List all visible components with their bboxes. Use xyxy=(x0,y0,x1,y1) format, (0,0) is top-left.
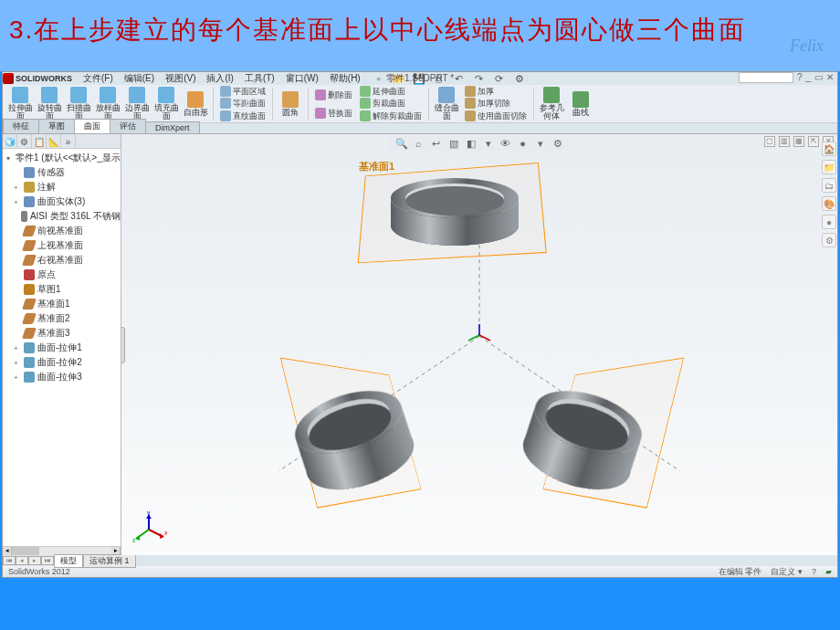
svg-point-6 xyxy=(405,186,504,215)
undo-icon[interactable]: ↶ xyxy=(452,72,467,85)
close-icon[interactable]: ✕ xyxy=(826,72,834,83)
fm-tab-tree-icon[interactable]: 🧊 xyxy=(3,134,17,149)
tree-root[interactable]: ▾零件1 (默认<<默认>_显示状态 xyxy=(6,151,121,165)
ribbon-mini-button[interactable]: 直纹曲面 xyxy=(217,110,268,121)
menu-item[interactable]: 编辑(E) xyxy=(124,72,154,85)
ribbon-mini-button[interactable]: 加厚切除 xyxy=(462,98,530,109)
restore-icon[interactable]: ▭ xyxy=(814,72,823,83)
command-tab[interactable]: 特征 xyxy=(3,119,39,133)
scroll-thumb[interactable] xyxy=(12,547,39,555)
fm-tab-property-icon[interactable]: ⚙ xyxy=(17,134,32,149)
origin-triad xyxy=(466,321,493,351)
status-custom[interactable]: 自定义 ▾ xyxy=(771,566,803,578)
tree-item[interactable]: 传感器 xyxy=(6,165,121,180)
ribbon-button[interactable]: 自由形 xyxy=(182,86,209,122)
slide-header: 3.在上步建立的每个基准面上以中心线端点为圆心做三个曲面 Felix xyxy=(0,0,840,71)
ribbon-mini-button[interactable]: 剪裁曲面 xyxy=(357,98,425,109)
ribbon-button[interactable]: 放样曲 面 xyxy=(94,86,121,122)
ribbon-button[interactable]: 圆角 xyxy=(277,86,304,122)
ribbon-button[interactable]: 填充曲 面 xyxy=(152,86,180,122)
ribbon-button[interactable]: 旋转曲 面 xyxy=(36,86,63,122)
graphics-view[interactable]: 🔍 ⌕ ↩ ▧ ◧ ▾ 👁 ● ▾ ⚙ ▢ ▥ ▦ ⇱ ✕ 🏠 � xyxy=(121,134,837,555)
motion-tabs: ⏮ ◂ ▸ ⏭ 模型 运动算例 1 xyxy=(3,555,837,566)
ribbon-button[interactable]: 扫描曲 面 xyxy=(65,86,92,122)
tree-item[interactable]: 前视基准面 xyxy=(6,224,121,238)
app-logo: SOLIDWORKS xyxy=(3,72,76,85)
svg-text:z: z xyxy=(132,537,136,543)
feature-tree[interactable]: ▾零件1 (默认<<默认>_显示状态传感器+注解+曲面实体(3)AISI 类型 … xyxy=(3,149,121,546)
redo-icon[interactable]: ↷ xyxy=(472,72,487,85)
command-tab[interactable]: 曲面 xyxy=(74,119,110,133)
rebuild-icon[interactable]: ⟳ xyxy=(492,72,507,85)
slide-title: 3.在上步建立的每个基准面上以中心线端点为圆心做三个曲面 xyxy=(9,13,822,47)
tree-item[interactable]: +曲面-拉伸1 xyxy=(6,341,121,355)
ribbon-button[interactable]: 边界曲 面 xyxy=(123,86,151,122)
ribbon-button[interactable]: 拉伸曲 面 xyxy=(6,86,34,122)
ribbon-button[interactable]: 缝合曲 面 xyxy=(433,86,460,122)
menu-item[interactable]: 视图(V) xyxy=(165,72,195,85)
tab-last-icon[interactable]: ⏭ xyxy=(41,556,54,565)
ribbon-button[interactable]: 参考几 何体 xyxy=(538,86,565,122)
tree-item[interactable]: +曲面实体(3) xyxy=(6,194,121,209)
options-icon[interactable]: ⚙ xyxy=(512,72,527,85)
minimize-icon[interactable]: _ xyxy=(805,72,811,83)
svg-line-16 xyxy=(468,335,479,341)
ribbon-separator xyxy=(428,88,429,121)
help-icon[interactable]: ? xyxy=(797,72,803,83)
status-help-icon[interactable]: ? xyxy=(812,567,816,576)
menu-bar: 文件(F)编辑(E)视图(V)插入(I)工具(T)窗口(W)帮助(H) xyxy=(78,72,361,85)
tree-item[interactable]: +曲面-拉伸3 xyxy=(6,370,121,384)
tree-item[interactable]: +注解 xyxy=(6,180,121,194)
status-grip-icon[interactable]: ▰ xyxy=(825,567,832,576)
command-tab[interactable]: 评估 xyxy=(110,119,146,133)
tree-item[interactable]: +曲面-拉伸2 xyxy=(6,355,121,370)
ribbon-mini-button[interactable]: 平面区域 xyxy=(217,86,268,97)
command-tab[interactable]: 草图 xyxy=(38,119,75,133)
ribbon-mini-button[interactable]: 加厚 xyxy=(462,86,530,97)
search-input[interactable] xyxy=(739,72,793,83)
plane1-label: 基准面1 xyxy=(359,160,394,173)
tab-next-icon[interactable]: ▸ xyxy=(28,556,41,565)
fm-tab-more-icon[interactable]: » xyxy=(61,134,76,149)
tree-item[interactable]: 上视基准面 xyxy=(6,238,121,253)
tree-item[interactable]: 基准面3 xyxy=(6,326,121,341)
tree-item[interactable]: 右视基准面 xyxy=(6,253,121,268)
ribbon-mini-button[interactable]: 删除面 xyxy=(312,89,355,100)
tree-item[interactable]: AISI 类型 316L 不锈钢 xyxy=(6,209,121,224)
ribbon-button[interactable]: 曲线 xyxy=(567,86,594,122)
ribbon-separator xyxy=(272,88,273,121)
ribbon-mini-button[interactable]: 替换面 xyxy=(312,108,355,119)
command-tabs: 特征草图曲面评估DimXpert xyxy=(3,123,837,134)
ribbon-separator xyxy=(213,88,214,121)
command-tab[interactable]: DimXpert xyxy=(145,121,200,133)
ring-top[interactable] xyxy=(386,175,523,248)
fm-tab-config-icon[interactable]: 📋 xyxy=(32,134,47,149)
ribbon-mini-button[interactable]: 解除剪裁曲面 xyxy=(357,110,425,121)
tab-model[interactable]: 模型 xyxy=(54,554,83,568)
view-triad[interactable]: x y z xyxy=(131,511,167,548)
new-icon[interactable]: ▫ xyxy=(372,72,386,85)
ribbon-mini-button[interactable]: 等距曲面 xyxy=(217,98,268,109)
menu-item[interactable]: 帮助(H) xyxy=(330,72,361,85)
menu-item[interactable]: 插入(I) xyxy=(206,72,233,85)
menu-item[interactable]: 文件(F) xyxy=(83,72,113,85)
tab-first-icon[interactable]: ⏮ xyxy=(3,556,16,565)
ribbon-mini-button[interactable]: 使用曲面切除 xyxy=(462,110,530,121)
menu-item[interactable]: 窗口(W) xyxy=(286,72,319,85)
tree-item[interactable]: 原点 xyxy=(6,268,121,282)
ribbon-separator xyxy=(308,88,309,121)
tree-item[interactable]: 基准面2 xyxy=(6,311,121,326)
menu-item[interactable]: 工具(T) xyxy=(245,72,275,85)
scroll-left-icon[interactable]: ◂ xyxy=(3,547,12,555)
ribbon-mini-button[interactable]: 延伸曲面 xyxy=(357,86,425,97)
tree-item[interactable]: 草图1 xyxy=(6,282,121,297)
command-manager-ribbon: 拉伸曲 面旋转曲 面扫描曲 面放样曲 面边界曲 面填充曲 面自由形平面区域等距曲… xyxy=(3,85,837,123)
tree-item[interactable]: 基准面1 xyxy=(6,297,121,311)
tab-motion-study[interactable]: 运动算例 1 xyxy=(83,554,136,568)
app-name: SOLIDWORKS xyxy=(16,74,72,83)
fm-tab-dim-icon[interactable]: 📐 xyxy=(47,134,61,149)
feature-manager-tabs: 🧊 ⚙ 📋 📐 » xyxy=(3,134,121,149)
help-area: ? _ ▭ ✕ xyxy=(739,72,834,83)
status-version: SolidWorks 2012 xyxy=(8,567,70,576)
tab-prev-icon[interactable]: ◂ xyxy=(16,556,28,565)
